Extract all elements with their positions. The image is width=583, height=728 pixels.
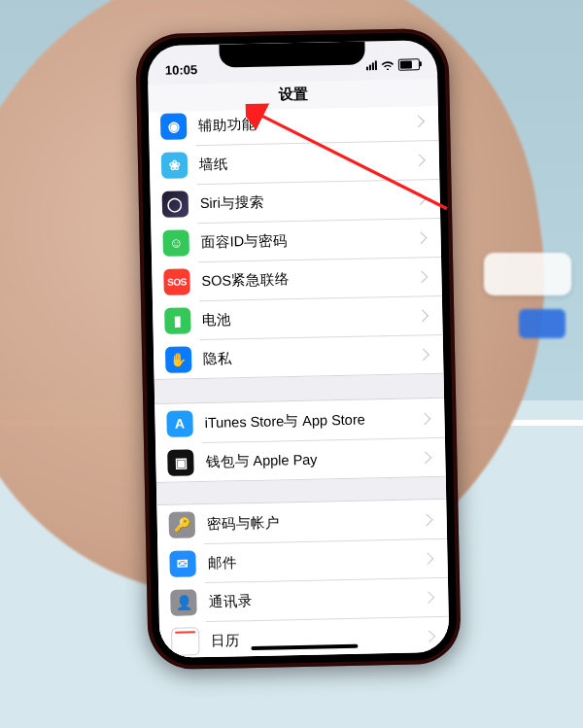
row-privacy[interactable]: ✋隐私 (154, 334, 444, 379)
row-contacts[interactable]: 👤通讯录 (158, 577, 449, 622)
blue-object (519, 309, 566, 338)
row-contacts-label: 通讯录 (208, 588, 424, 611)
row-faceid-passcode[interactable]: ☺面容ID与密码 (151, 218, 441, 262)
row-siri-search[interactable]: ◯Siri与搜索 (150, 179, 440, 224)
row-itunes-appstore-label: iTunes Store与 App Store (204, 409, 420, 433)
row-emergency-sos-label: SOS紧急联络 (201, 267, 417, 291)
row-wallpaper[interactable]: ❀墙纸 (150, 140, 440, 185)
row-mail[interactable]: ✉邮件 (157, 538, 448, 583)
row-wallpaper-icon: ❀ (161, 152, 189, 179)
status-time: 10:05 (165, 62, 198, 78)
row-itunes-appstore-icon: A (166, 410, 193, 437)
settings-group: AiTunes Store与 App Store▣钱包与 Apple Pay (154, 398, 446, 483)
row-itunes-appstore[interactable]: AiTunes Store与 App Store (154, 399, 445, 443)
row-mail-label: 邮件 (207, 549, 423, 572)
row-privacy-label: 隐私 (203, 345, 419, 368)
row-contacts-icon: 👤 (170, 589, 197, 616)
notch (219, 41, 364, 67)
status-right (366, 58, 420, 71)
row-passwords-accounts-icon: 🔑 (168, 511, 195, 538)
row-siri-search-icon: ◯ (162, 191, 189, 218)
cellular-icon (366, 60, 377, 70)
row-faceid-passcode-label: 面容ID与密码 (200, 228, 416, 252)
row-accessibility-icon: ◉ (160, 113, 188, 140)
settings-group: 🔑密码与帐户✉邮件👤通讯录日历备忘录提醒事项语音备忘录 (156, 499, 449, 658)
phone-screen: 10:05 设置 ◉辅助功能❀墙纸◯Siri与搜索☺面容ID与密码SOSSOS紧… (147, 40, 449, 658)
row-wallet-applepay[interactable]: ▣钱包与 Apple Pay (155, 437, 446, 482)
row-passwords-accounts-label: 密码与帐户 (207, 510, 423, 534)
phone-frame: 10:05 设置 ◉辅助功能❀墙纸◯Siri与搜索☺面容ID与密码SOSSOS紧… (135, 28, 462, 671)
row-battery-label: 电池 (202, 306, 418, 329)
tissue-box (484, 253, 571, 295)
row-battery-icon: ▮ (164, 307, 191, 334)
row-privacy-icon: ✋ (165, 346, 192, 373)
row-wallet-applepay-icon: ▣ (167, 449, 194, 476)
row-accessibility-label: 辅助功能 (198, 112, 414, 135)
settings-group: ◉辅助功能❀墙纸◯Siri与搜索☺面容ID与密码SOSSOS紧急联络▮电池✋隐私 (149, 106, 444, 380)
row-siri-search-label: Siri与搜索 (200, 190, 416, 213)
row-emergency-sos[interactable]: SOSSOS紧急联络 (152, 257, 442, 301)
row-calendar-icon (171, 627, 200, 656)
row-wallpaper-label: 墙纸 (199, 151, 415, 174)
row-emergency-sos-icon: SOS (163, 268, 190, 295)
row-passwords-accounts[interactable]: 🔑密码与帐户 (156, 500, 447, 544)
battery-icon (398, 58, 420, 70)
row-wallet-applepay-label: 钱包与 Apple Pay (205, 448, 421, 471)
settings-content[interactable]: ◉辅助功能❀墙纸◯Siri与搜索☺面容ID与密码SOSSOS紧急联络▮电池✋隐私… (149, 106, 450, 658)
row-mail-icon: ✉ (169, 550, 196, 577)
row-calendar[interactable]: 日历 (159, 616, 450, 658)
row-battery[interactable]: ▮电池 (153, 295, 443, 340)
wifi-icon (381, 60, 394, 70)
row-faceid-passcode-icon: ☺ (162, 229, 189, 257)
